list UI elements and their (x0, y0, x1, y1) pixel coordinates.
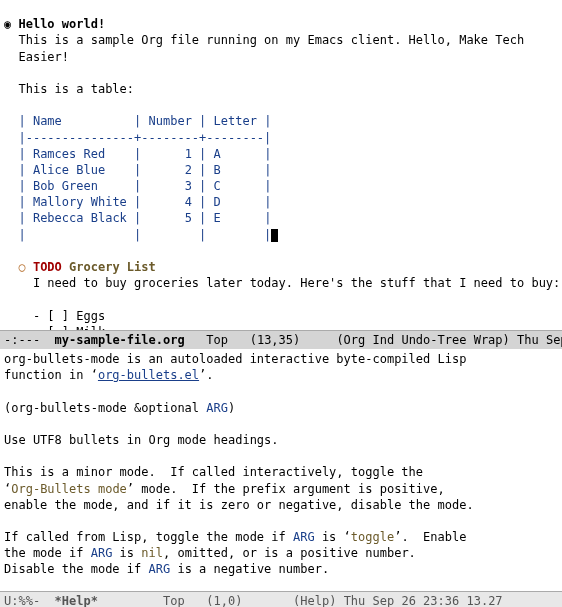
grocery-intro: I need to buy groceries later today. Her… (33, 276, 560, 290)
heading-2: Grocery List (69, 260, 156, 274)
table-sep: |---------------+--------+--------| (18, 131, 271, 145)
table-row: | Rebecca Black | 5 | E | (18, 211, 271, 225)
checkbox[interactable]: [ ] (47, 309, 69, 323)
intro-line2: Easier! (18, 50, 69, 64)
heading-1: Hello world! (18, 17, 105, 31)
table-row: | Ramces Red | 1 | A | (18, 147, 271, 161)
arg: ARG (206, 401, 228, 415)
buffer-name: my-sample-file.org (55, 333, 185, 347)
modeline-top[interactable]: -:--- my-sample-file.org Top (13,35) (Or… (0, 330, 562, 349)
help-buffer[interactable]: org-bullets-mode is an autoloaded intera… (0, 349, 562, 591)
todo-keyword: TODO (33, 260, 62, 274)
bullet-level2-icon: ○ (18, 260, 25, 274)
table-header: | Name | Number | Letter | (18, 114, 271, 128)
list-item: Eggs (76, 309, 105, 323)
list-item: Milk (76, 325, 105, 330)
modeline-bottom[interactable]: U:%%- *Help* Top (1,0) (Help) Thu Sep 26… (0, 591, 562, 607)
source-file-link[interactable]: org-bullets.el (98, 368, 199, 382)
help-symbol: org-bullets-mode (4, 352, 120, 366)
table-row-empty: | | | | (18, 228, 271, 242)
table-row: | Alice Blue | 2 | B | (18, 163, 271, 177)
bullet-level1-icon: ◉ (4, 17, 11, 31)
signature: (org-bullets-mode &optional (4, 401, 206, 415)
help-desc: Use UTF8 bullets in Org mode headings. (4, 433, 279, 447)
table-row: | Bob Green | 3 | C | (18, 179, 271, 193)
table-intro: This is a table: (18, 82, 134, 96)
org-buffer[interactable]: ◉ Hello world! This is a sample Org file… (0, 0, 562, 330)
table-row: | Mallory White | 4 | D | (18, 195, 271, 209)
buffer-name: *Help* (55, 594, 98, 607)
checkbox[interactable]: [ ] (47, 325, 69, 330)
cursor-icon (271, 229, 278, 242)
intro-line1: This is a sample Org file running on my … (18, 33, 524, 47)
